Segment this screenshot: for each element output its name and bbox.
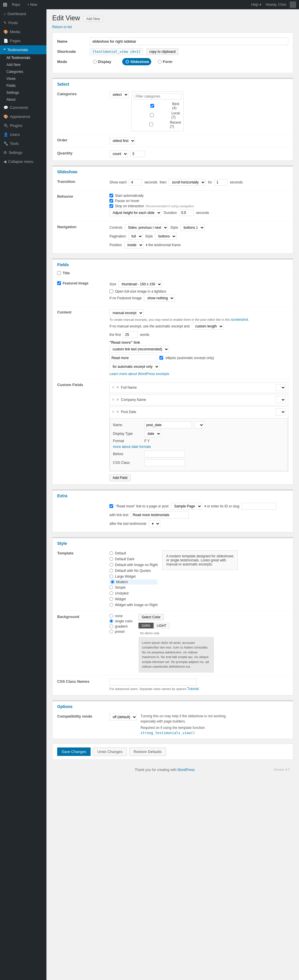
categories-select[interactable]: select xyxy=(110,91,129,98)
css-class-input[interactable] xyxy=(144,459,185,466)
wordpress-link[interactable]: WordPress xyxy=(178,768,195,772)
restore-defaults-button[interactable]: Restore Defaults xyxy=(129,748,166,756)
adjust-height-select[interactable]: Adjust height for each slide xyxy=(110,209,161,216)
for-value-input[interactable] xyxy=(214,179,227,186)
template-unstyled[interactable]: Unstyled xyxy=(110,590,157,596)
sidebar-sub-fields[interactable]: Fields xyxy=(0,82,46,89)
sidebar-sub-all[interactable]: All Testimonials xyxy=(0,54,46,61)
template-large-widget[interactable]: Large Widget xyxy=(110,574,157,579)
screenshot-link[interactable]: screenshot xyxy=(231,318,248,321)
category-local-check[interactable] xyxy=(134,113,170,117)
light-button[interactable]: LIGHT xyxy=(154,623,169,628)
sidebar-sub-about[interactable]: About xyxy=(0,96,46,103)
undo-changes-button[interactable]: Undo Changes xyxy=(93,748,127,756)
post-date-select[interactable] xyxy=(276,409,286,415)
template-widget[interactable]: Widget xyxy=(110,596,157,602)
pause-hover-checkbox[interactable] xyxy=(110,199,113,203)
bg-gradient[interactable]: gradient xyxy=(110,624,133,628)
bg-none[interactable]: none xyxy=(110,614,133,618)
read-more-type-select[interactable]: custom link text (recommended) xyxy=(110,346,169,353)
link-text-input[interactable] xyxy=(130,511,189,519)
sidebar-item-appearance[interactable]: 🎨 Appearance xyxy=(0,112,46,121)
help-link[interactable]: Help ▾ xyxy=(251,3,261,7)
open-fullsize-checkbox[interactable] xyxy=(110,290,113,293)
tutorial-link[interactable]: Tutorial xyxy=(187,687,199,691)
template-modern[interactable]: Modern xyxy=(110,579,157,585)
name-input[interactable] xyxy=(90,37,288,45)
sidebar-item-pages[interactable]: 📄 Pages xyxy=(0,36,46,45)
sidebar-item-users[interactable]: 👤 Users xyxy=(0,130,46,139)
bg-preset[interactable]: preset xyxy=(110,630,133,634)
template-default-no-quotes[interactable]: Default with No Quotes xyxy=(110,568,157,574)
after-last-select[interactable]: ▾ xyxy=(149,520,160,527)
sidebar-item-plugins[interactable]: 🔌 Plugins xyxy=(0,121,46,130)
pagination-select[interactable]: full xyxy=(128,233,143,240)
order-select[interactable]: oldest first xyxy=(110,137,135,144)
add-new-button[interactable]: Add New xyxy=(83,16,103,22)
read-more-page-checkbox[interactable] xyxy=(110,504,113,508)
duration-input[interactable] xyxy=(179,210,194,216)
post-date-name-select[interactable] xyxy=(194,422,204,428)
company-name-select[interactable] xyxy=(276,396,286,403)
template-widget-image-right[interactable]: Widget with Image on Right xyxy=(110,602,157,608)
position-select[interactable]: inside xyxy=(124,242,143,248)
quantity-type-select[interactable]: count xyxy=(110,150,128,158)
sidebar-item-tools[interactable]: 🔧 Tools xyxy=(0,139,46,148)
template-simple[interactable]: Simple xyxy=(110,585,157,590)
mode-display[interactable]: Display xyxy=(90,58,119,65)
featured-image-check[interactable]: Featured Image xyxy=(57,281,100,285)
title-checkbox[interactable] xyxy=(57,271,61,275)
category-best-check[interactable] xyxy=(134,104,171,108)
size-select[interactable]: thumbnail - 150 x 150 xyxy=(118,281,162,288)
page-select[interactable]: Sample Page xyxy=(171,503,202,510)
template-default-image-right[interactable]: Default with Image on Right xyxy=(110,562,157,568)
sidebar-item-posts[interactable]: ✎ Posts xyxy=(0,18,46,27)
display-type-select[interactable]: date xyxy=(144,430,161,437)
more-date-formats-link[interactable]: more about date formats xyxy=(113,445,151,449)
sidebar-item-testimonials[interactable]: ❝ Testimonials xyxy=(0,45,46,54)
sidebar-item-comments[interactable]: 💬 Comments xyxy=(0,103,46,112)
learn-more-link[interactable]: Learn more about WordPress excerpts xyxy=(110,372,288,376)
field-remove-icon-2[interactable]: ✕ xyxy=(116,398,119,402)
style-select-2[interactable]: buttons xyxy=(155,233,177,240)
sidebar-item-media[interactable]: 🎨 Media xyxy=(0,27,46,36)
show-each-input[interactable] xyxy=(129,179,142,186)
compatibility-select[interactable]: off (default) xyxy=(110,714,137,721)
mode-slideshow[interactable]: Slideshow xyxy=(122,58,151,65)
start-auto-checkbox[interactable] xyxy=(110,194,113,197)
css-class-names-input[interactable] xyxy=(110,679,197,686)
repo-link[interactable]: Repo xyxy=(10,3,23,7)
bg-single-color[interactable]: single color xyxy=(110,619,133,623)
return-link[interactable]: Return to list xyxy=(52,25,293,29)
auto-excerpt-select[interactable]: custom length xyxy=(192,323,224,330)
page-slug-input[interactable] xyxy=(242,503,276,510)
read-more-input[interactable] xyxy=(110,355,157,361)
select-color-button[interactable]: Select Color xyxy=(138,614,164,620)
scroll-type-select[interactable]: scroll horizontally xyxy=(169,179,205,186)
style-select-1[interactable]: buttons 1 xyxy=(180,224,205,231)
field-remove-icon-3[interactable]: ✕ xyxy=(116,410,119,414)
first-value-input[interactable] xyxy=(123,331,138,338)
add-field-button[interactable]: Add Field xyxy=(110,474,130,481)
sidebar-sub-settings[interactable]: Settings xyxy=(0,89,46,96)
template-default[interactable]: Default xyxy=(110,550,157,556)
category-recent-check[interactable] xyxy=(134,123,169,126)
if-no-featured-select[interactable]: show nothing xyxy=(144,294,175,302)
post-date-name-input[interactable] xyxy=(144,422,192,428)
for-auto-select[interactable]: for automatic excerpt only xyxy=(110,363,159,370)
mode-form[interactable]: Form xyxy=(155,58,184,65)
title-check[interactable]: Title xyxy=(57,271,288,275)
featured-image-checkbox[interactable] xyxy=(57,281,61,285)
new-link[interactable]: + New xyxy=(25,3,40,7)
field-remove-icon[interactable]: ✕ xyxy=(116,385,119,390)
sidebar-sub-views[interactable]: Views xyxy=(0,75,46,82)
quantity-value-input[interactable] xyxy=(130,151,145,157)
before-input[interactable] xyxy=(144,450,185,458)
wp-logo[interactable]: ⊞ xyxy=(3,2,7,8)
sidebar-sub-categories[interactable]: Categories xyxy=(0,68,46,75)
sidebar-item-settings[interactable]: ⚙ Settings xyxy=(0,148,46,157)
filter-categories-input[interactable] xyxy=(134,93,182,100)
content-select[interactable]: manual excerpt xyxy=(110,309,143,317)
copy-clipboard-button[interactable]: copy to clipboard xyxy=(146,48,178,55)
save-changes-button[interactable]: Save Changes xyxy=(57,748,91,756)
